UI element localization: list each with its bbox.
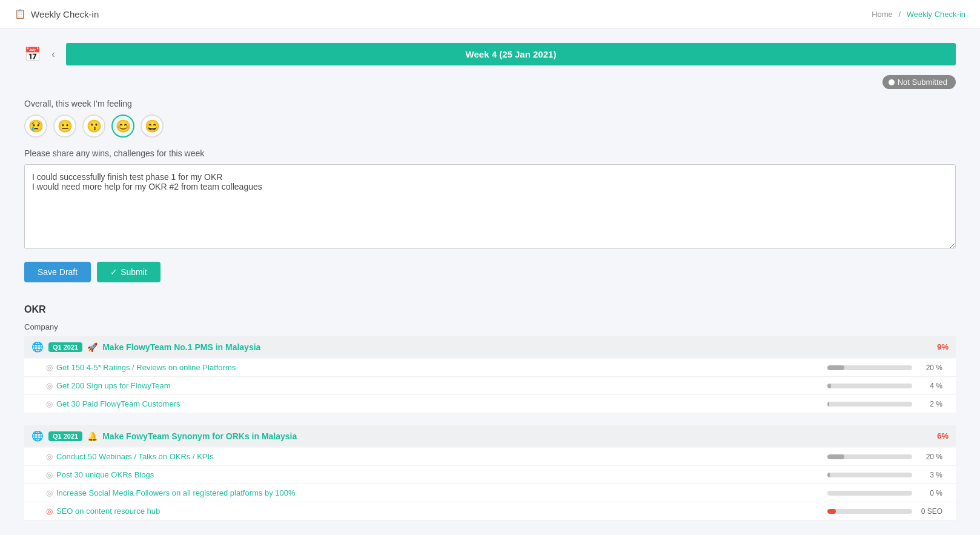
- okr-title: OKR: [24, 304, 956, 315]
- kr-right-2-2: 3 %: [827, 471, 949, 479]
- kr-right-1-3: 2 %: [827, 400, 949, 408]
- progress-bar-2-3: [827, 491, 912, 496]
- kr-left-2-2: ◎ Post 30 unique OKRs Blogs: [46, 470, 827, 479]
- progress-bar-2-2: [827, 473, 912, 477]
- progress-fill-1-1: [827, 365, 844, 370]
- okr-section: OKR Company 🌐 Q1 2021 🚀 Make FlowyTeam N…: [24, 304, 956, 520]
- kr-right-2-4: 0 SEO: [827, 507, 949, 516]
- feeling-label: Overall, this week I'm feeling: [24, 99, 956, 108]
- kr-pct-1-3: 2 %: [918, 400, 942, 408]
- feeling-section: Overall, this week I'm feeling 😢 😐 😗 😊 😄: [24, 99, 956, 138]
- kr-text-2-2[interactable]: Post 30 unique OKRs Blogs: [56, 470, 154, 479]
- progress-bar-2-4: [827, 509, 912, 514]
- status-bar: Not Submitted: [24, 75, 956, 89]
- kr-icon-2-4: ◎: [46, 507, 53, 516]
- kr-left-2-1: ◎ Conduct 50 Webinars / Talks on OKRs / …: [46, 452, 827, 461]
- week-banner: Week 4 (25 Jan 2021): [66, 43, 956, 65]
- calendar-icon: 📅: [24, 47, 41, 62]
- objective-title-1[interactable]: Make FlowyTeam No.1 PMS in Malaysia: [102, 342, 260, 352]
- progress-bar-2-1: [827, 454, 912, 459]
- kr-icon-1-2: ◎: [46, 381, 53, 390]
- kr-pct-1-1: 20 %: [918, 364, 942, 372]
- kr-left-1-3: ◎ Get 30 Paid FlowyTeam Customers: [46, 399, 827, 408]
- kr-row-1-2: ◎ Get 200 Sign ups for FlowyTeam 4 %: [24, 377, 956, 395]
- submit-button[interactable]: ✓ Submit: [97, 262, 161, 282]
- kr-icon-2-3: ◎: [46, 488, 53, 497]
- company-label: Company: [24, 322, 956, 331]
- kr-icon-2-2: ◎: [46, 470, 53, 479]
- kr-row-2-3: ◎ Increase Social Media Followers on all…: [24, 484, 956, 502]
- objective-left-2: 🌐 Q1 2021 🔔 Make FowyTeam Synonym for OR…: [31, 430, 937, 442]
- breadcrumb: Home / Weekly Check-in: [872, 10, 965, 19]
- app-icon: 📋: [15, 8, 26, 19]
- objective-title-2[interactable]: Make FowyTeam Synonym for ORKs in Malays…: [102, 431, 297, 441]
- kr-pct-2-1: 20 %: [918, 453, 942, 461]
- objective-pct-2: 6%: [937, 431, 949, 440]
- app-title: Weekly Check-in: [31, 9, 99, 19]
- kr-text-2-3[interactable]: Increase Social Media Followers on all r…: [56, 488, 296, 497]
- kr-right-2-1: 20 %: [827, 453, 949, 461]
- status-badge: Not Submitted: [882, 75, 956, 89]
- app-title-area: 📋 Weekly Check-in: [15, 8, 99, 19]
- objective-row-2: 🌐 Q1 2021 🔔 Make FowyTeam Synonym for OR…: [24, 425, 956, 447]
- progress-fill-1-3: [827, 402, 829, 407]
- q-badge-1: Q1 2021: [48, 342, 82, 352]
- q-badge-2: Q1 2021: [48, 431, 82, 441]
- wins-textarea[interactable]: I could successfully finish test phase 1…: [24, 164, 956, 249]
- kr-text-2-1[interactable]: Conduct 50 Webinars / Talks on OKRs / KP…: [56, 452, 214, 461]
- kr-row-2-2: ◎ Post 30 unique OKRs Blogs 3 %: [24, 466, 956, 484]
- kr-text-1-2[interactable]: Get 200 Sign ups for FlowyTeam: [56, 381, 171, 390]
- objective-row-1: 🌐 Q1 2021 🚀 Make FlowyTeam No.1 PMS in M…: [24, 336, 956, 357]
- kr-right-2-3: 0 %: [827, 489, 949, 497]
- prev-week-button[interactable]: ‹: [47, 47, 60, 62]
- objective-group-1: 🌐 Q1 2021 🚀 Make FlowyTeam No.1 PMS in M…: [24, 336, 956, 413]
- emoji-neutral[interactable]: 😐: [53, 115, 76, 138]
- week-nav: 📅 ‹ Week 4 (25 Jan 2021): [24, 43, 956, 65]
- submit-label: Submit: [121, 267, 147, 277]
- progress-fill-2-2: [827, 473, 830, 477]
- globe-icon-1: 🌐: [31, 341, 44, 353]
- kr-right-1-2: 4 %: [827, 382, 949, 390]
- wins-section: Please share any wins, challenges for th…: [24, 148, 956, 251]
- emoji-kiss[interactable]: 😗: [82, 115, 105, 138]
- objective-group-2: 🌐 Q1 2021 🔔 Make FowyTeam Synonym for OR…: [24, 425, 956, 520]
- emoji-sad[interactable]: 😢: [24, 115, 47, 138]
- save-draft-button[interactable]: Save Draft: [24, 262, 91, 282]
- kr-row-1-1: ◎ Get 150 4-5* Ratings / Reviews on onli…: [24, 359, 956, 377]
- action-buttons: Save Draft ✓ Submit: [24, 262, 956, 282]
- kr-icon-2-1: ◎: [46, 452, 53, 461]
- status-label: Not Submitted: [898, 78, 947, 87]
- kr-pct-1-2: 4 %: [918, 382, 942, 390]
- objective-pct-1: 9%: [937, 342, 949, 351]
- kr-row-2-1: ◎ Conduct 50 Webinars / Talks on OKRs / …: [24, 448, 956, 466]
- status-dot: [889, 79, 895, 85]
- kr-pct-2-4: 0 SEO: [918, 507, 942, 516]
- kr-left-2-3: ◎ Increase Social Media Followers on all…: [46, 488, 827, 497]
- kr-icon-1-3: ◎: [46, 399, 53, 408]
- breadcrumb-separator: /: [898, 10, 901, 19]
- kr-text-1-1[interactable]: Get 150 4-5* Ratings / Reviews on online…: [56, 363, 236, 372]
- breadcrumb-home[interactable]: Home: [872, 10, 893, 19]
- kr-pct-2-3: 0 %: [918, 489, 942, 497]
- kr-right-1-1: 20 %: [827, 364, 949, 372]
- kr-left-2-4: ◎ SEO on content resource hub: [46, 507, 827, 516]
- progress-bar-1-2: [827, 384, 912, 388]
- objective-left-1: 🌐 Q1 2021 🚀 Make FlowyTeam No.1 PMS in M…: [31, 341, 937, 353]
- submit-checkmark: ✓: [110, 267, 118, 277]
- emoji-row: 😢 😐 😗 😊 😄: [24, 115, 956, 138]
- kr-row-2-4: ◎ SEO on content resource hub 0 SEO: [24, 502, 956, 520]
- top-nav: 📋 Weekly Check-in Home / Weekly Check-in: [0, 0, 980, 28]
- objective-emoji-1: 🚀: [87, 342, 98, 352]
- emoji-happy[interactable]: 😊: [111, 115, 134, 138]
- kr-left-1-2: ◎ Get 200 Sign ups for FlowyTeam: [46, 381, 827, 390]
- progress-bar-1-1: [827, 365, 912, 370]
- kr-icon-1-1: ◎: [46, 363, 53, 372]
- breadcrumb-current[interactable]: Weekly Check-in: [907, 10, 965, 19]
- kr-text-2-4[interactable]: SEO on content resource hub: [56, 507, 160, 516]
- progress-fill-2-1: [827, 454, 844, 459]
- kr-row-1-3: ◎ Get 30 Paid FlowyTeam Customers 2 %: [24, 395, 956, 413]
- emoji-very-happy[interactable]: 😄: [141, 115, 164, 138]
- progress-fill-1-2: [827, 384, 831, 388]
- main-content: 📅 ‹ Week 4 (25 Jan 2021) Not Submitted O…: [0, 28, 980, 535]
- kr-text-1-3[interactable]: Get 30 Paid FlowyTeam Customers: [56, 399, 180, 408]
